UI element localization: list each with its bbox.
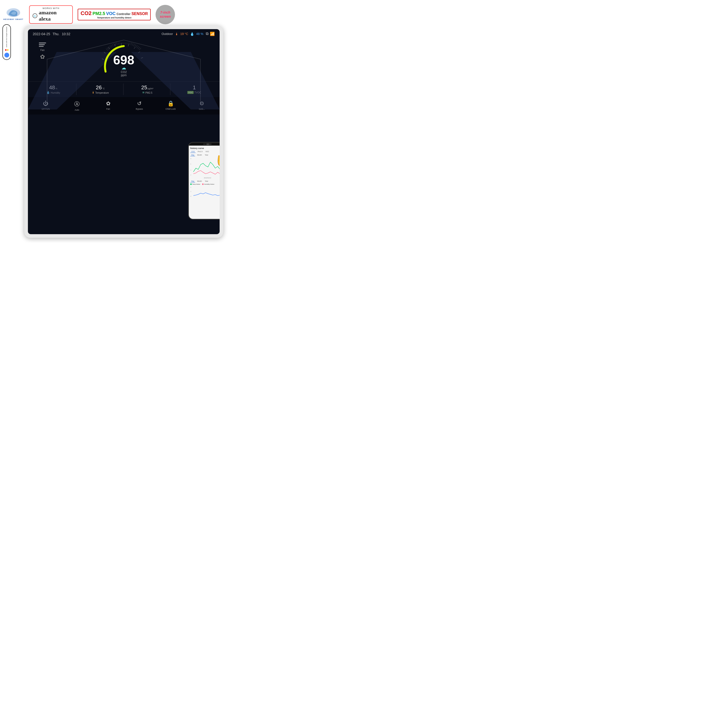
google-dots <box>5 49 9 51</box>
alexa-badge: WORKS WITH ◎ amazon alexa <box>29 5 73 24</box>
device-container: 2022-04-25 Thu. 10:32 Outdoor 🌡 19 °C 💧 … <box>24 26 223 238</box>
co2-text: CO2ppm <box>121 70 127 77</box>
alexa-works-with: WORKS WITH <box>43 7 60 9</box>
sensor-sensor-label: SENSOR <box>132 12 148 16</box>
temperature-sensor: 26 °C 🌡 Temperature <box>77 84 124 95</box>
sensor-title-row: CO2 PM2.5 VOC Controller SENSOR <box>81 10 148 17</box>
child-lock-button[interactable]: 🔒 Child Lock <box>155 99 186 113</box>
center-panel: 698 ☁ CO2ppm <box>57 38 191 81</box>
fan-btn-icon: ✿ <box>106 101 110 107</box>
sensor-badge: CO2 PM2.5 VOC Controller SENSOR Temperat… <box>78 9 151 20</box>
status-icons: ⧉ 📶 <box>206 32 215 36</box>
phone-tab2-day[interactable]: Day <box>190 180 195 182</box>
svg-text:0: 0 <box>191 196 191 197</box>
pm25-val-row: 25 μg/m³ <box>141 84 153 91</box>
pm25-sensor: 25 μg/m³ ≋ PM2.5 <box>124 84 171 95</box>
status-day: Thu. <box>53 32 60 36</box>
dot-blue <box>5 53 9 58</box>
svg-line-9 <box>134 47 135 49</box>
google-text: works with the Google Assistant <box>6 27 8 47</box>
temp-val-row: 26 °C <box>96 84 105 91</box>
sensor-pm25-label: PM2.5 <box>92 11 105 16</box>
sensor-co2-label: CO2 <box>81 10 92 17</box>
pm25-unit: μg/m³ <box>148 87 153 90</box>
settings-icon: ⚙ <box>199 101 204 107</box>
bypass-label: Bypass <box>136 108 143 110</box>
offon-label: OFF/ON <box>41 108 50 110</box>
sensors-row: 48 % 💧 Humidity 26 °C 🌡 Temper <box>28 81 220 97</box>
phone-chart-2: 4 2 0 <box>190 186 220 198</box>
wifi-icon: 📶 <box>210 32 215 36</box>
phone-tab2-year[interactable]: Year <box>204 180 209 182</box>
alexa-brand-text: amazon alexa <box>39 9 69 22</box>
svg-text:6: 6 <box>191 163 191 165</box>
hand-icon: 🤚 <box>214 151 220 167</box>
tvoc-val-row: 1 <box>193 84 196 91</box>
phone-legend: Temp Indoor Humidity Indoor <box>190 184 220 185</box>
svg-text:4: 4 <box>191 170 191 171</box>
status-time: 10:32 <box>62 32 70 36</box>
phone-overlay: 🤚 9:41 ▐▐▐ WiFi history curve CO2 Pm2.5 … <box>183 142 220 234</box>
fan-btn-label: Fan <box>106 108 110 110</box>
svg-text:2: 2 <box>191 191 191 192</box>
co2-cloud-icon: ☁ <box>121 65 126 70</box>
fan-button[interactable]: ✿ Fan <box>93 99 124 113</box>
phone-tab-year[interactable]: Year <box>204 154 209 156</box>
phone-tab-voc[interactable]: VOC <box>205 150 210 153</box>
tvoc-sensor: 1 VOC TVOC <box>171 84 217 95</box>
seven-inch-badge: 7-inchscreen <box>156 5 175 24</box>
pm25-value: 25 <box>141 84 147 91</box>
legend-temp-indoor: Temp Indoor <box>190 184 200 185</box>
svg-line-11 <box>141 58 143 58</box>
alexa-logo-row: ◎ amazon alexa <box>32 9 69 22</box>
phone-status-bar: 9:41 ▐▐▐ WiFi <box>203 144 211 145</box>
settings-button[interactable]: ⚙ Setti... <box>187 99 217 113</box>
sensor-voc-label: VOC <box>106 11 116 16</box>
fan-bars <box>39 43 46 47</box>
phone-tab-month[interactable]: Month <box>196 154 203 156</box>
gauge-container: 698 ☁ CO2ppm <box>99 43 148 81</box>
legend-humidity-indoor: Humidity Indoor <box>202 184 214 185</box>
svg-text:4: 4 <box>191 187 191 188</box>
outdoor-label: Outdoor <box>162 32 173 36</box>
main-content: Fan ✿ <box>28 38 220 81</box>
legend-temp-label: Temp Indoor <box>192 184 200 185</box>
offon-button[interactable]: ⏻ OFF/ON <box>30 99 61 113</box>
legend-humidity-label: Humidity Indoor <box>204 184 214 185</box>
dot-yellow <box>7 49 9 51</box>
temp-value: 26 <box>96 84 102 91</box>
child-lock-icon: 🔒 <box>167 101 174 107</box>
sensor-controller-label: Controller <box>116 12 130 16</box>
svg-line-4 <box>104 52 106 54</box>
phone-time-tabs-2: Day Month Year <box>190 180 220 182</box>
outdoor-temp: 19 °C <box>180 32 188 36</box>
dot-red <box>5 49 6 51</box>
phone-tab-day[interactable]: Day <box>190 154 195 156</box>
svg-line-6 <box>115 44 115 46</box>
auto-button[interactable]: Ⓐ Auto <box>62 99 92 113</box>
fan-bar-3 <box>39 46 44 47</box>
fan-control: Fan ✿ <box>39 43 46 60</box>
tvoc-value: 1 <box>193 84 196 91</box>
status-date: 2022-04-25 <box>33 32 50 36</box>
phone-tab-co2[interactable]: CO2 <box>190 150 196 153</box>
phone-history-title: history curve <box>190 147 220 150</box>
copy-icon: ⧉ <box>206 32 208 36</box>
alexa-circle-icon: ◎ <box>32 13 37 18</box>
temp-label: Temperature <box>95 92 109 94</box>
co2-label: ☁ CO2ppm <box>121 65 127 77</box>
svg-line-10 <box>138 52 140 53</box>
auto-label: Auto <box>75 109 80 111</box>
tvoc-label: TVOC <box>194 91 201 94</box>
svg-text:2: 2 <box>191 174 191 176</box>
temp-unit: °C <box>102 87 105 90</box>
left-panel: Fan ✿ <box>28 38 57 81</box>
bypass-button[interactable]: ↺ Bypass <box>124 99 155 113</box>
phone-tab-pm25[interactable]: Pm2.5 <box>197 150 203 153</box>
phone-tab2-month[interactable]: Month <box>196 180 203 182</box>
device-screen: 2022-04-25 Thu. 10:32 Outdoor 🌡 19 °C 💧 … <box>28 29 220 234</box>
fan-bar-1 <box>39 43 46 43</box>
controls-row: ⏻ OFF/ON Ⓐ Auto ✿ Fan ↺ Bypass 🔒 Chil <box>28 97 220 115</box>
status-bar: 2022-04-25 Thu. 10:32 Outdoor 🌡 19 °C 💧 … <box>28 29 220 38</box>
phone-chart-2-svg: 4 2 0 <box>190 186 220 198</box>
